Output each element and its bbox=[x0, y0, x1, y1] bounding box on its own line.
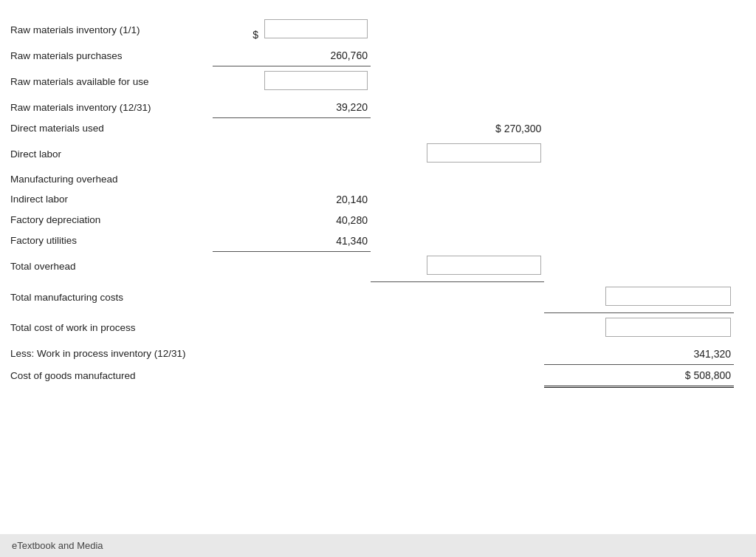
main-container: Raw materials inventory (1/1) $ Raw mate… bbox=[0, 0, 756, 557]
total-overhead-input[interactable] bbox=[427, 256, 541, 275]
raw-materials-purchases-label: Raw materials purchases bbox=[7, 45, 213, 66]
cost-of-goods-value: $ 508,800 bbox=[685, 369, 731, 381]
indirect-labor-value: 20,140 bbox=[336, 194, 368, 205]
less-wip-value: 341,320 bbox=[693, 348, 731, 360]
table-row: Cost of goods manufactured $ 508,800 bbox=[7, 364, 734, 386]
table-row: Total manufacturing costs bbox=[7, 282, 734, 313]
indirect-labor-label: Indirect labor bbox=[7, 189, 213, 210]
raw-materials-available-label: Raw materials available for use bbox=[7, 66, 213, 98]
direct-materials-used-label: Direct materials used bbox=[7, 118, 213, 139]
table-row: Raw materials inventory (1/1) $ bbox=[7, 15, 734, 45]
raw-materials-purchases-value: 260,760 bbox=[330, 49, 368, 61]
footer-label: eTextbook and Media bbox=[12, 540, 103, 551]
factory-depreciation-value: 40,280 bbox=[336, 214, 368, 226]
factory-utilities-value: 41,340 bbox=[336, 235, 368, 247]
direct-labor-label: Direct labor bbox=[7, 139, 213, 169]
table-row: Total cost of work in process bbox=[7, 312, 734, 344]
table-row: Factory utilities 41,340 bbox=[7, 230, 734, 252]
total-cost-wip-label: Total cost of work in process bbox=[7, 312, 213, 344]
table-row: Raw materials available for use bbox=[7, 66, 734, 98]
table-row: Raw materials purchases 260,760 bbox=[7, 45, 734, 66]
table-row: Manufacturing overhead bbox=[7, 169, 734, 189]
total-overhead-label: Total overhead bbox=[7, 251, 213, 282]
raw-materials-inventory-input[interactable] bbox=[264, 19, 368, 38]
raw-materials-available-input[interactable] bbox=[264, 71, 368, 90]
table-row: Less: Work in process inventory (12/31) … bbox=[7, 344, 734, 365]
table-row: Direct labor bbox=[7, 139, 734, 169]
total-manufacturing-input[interactable] bbox=[605, 287, 731, 306]
table-row: Factory depreciation 40,280 bbox=[7, 210, 734, 230]
table-row: Raw materials inventory (12/31) 39,220 bbox=[7, 97, 734, 118]
table-row: Indirect labor 20,140 bbox=[7, 189, 734, 210]
total-cost-wip-input[interactable] bbox=[605, 318, 731, 337]
raw-materials-inventory-end-label: Raw materials inventory (12/31) bbox=[7, 97, 213, 118]
factory-depreciation-label: Factory depreciation bbox=[7, 210, 213, 230]
footer-bar: eTextbook and Media bbox=[0, 534, 756, 557]
table-row: Direct materials used $ 270,300 bbox=[7, 118, 734, 139]
less-wip-label: Less: Work in process inventory (12/31) bbox=[7, 344, 213, 365]
raw-materials-inventory-end-value: 39,220 bbox=[336, 101, 368, 113]
manufacturing-overhead-label: Manufacturing overhead bbox=[7, 169, 213, 189]
accounting-table: Raw materials inventory (1/1) $ Raw mate… bbox=[7, 15, 734, 416]
raw-materials-inventory-label: Raw materials inventory (1/1) bbox=[7, 15, 213, 45]
direct-materials-used-value: $ 270,300 bbox=[495, 123, 541, 134]
factory-utilities-label: Factory utilities bbox=[7, 230, 213, 252]
cost-of-goods-label: Cost of goods manufactured bbox=[7, 364, 213, 386]
dollar-sign: $ bbox=[252, 29, 258, 41]
direct-labor-input[interactable] bbox=[427, 143, 541, 163]
table-row: Total overhead bbox=[7, 251, 734, 282]
total-manufacturing-label: Total manufacturing costs bbox=[7, 282, 213, 313]
